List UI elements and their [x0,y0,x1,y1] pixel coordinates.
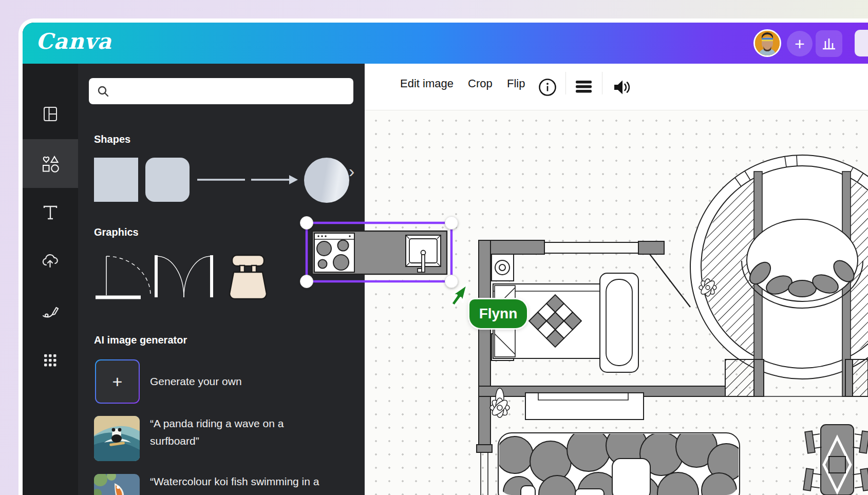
canva-app: Canva + [23,23,868,495]
sidebar-item-text[interactable] [23,188,78,237]
volume-icon[interactable] [613,79,631,96]
sidebar-item-draw[interactable] [23,285,78,334]
sidebar-item-apps[interactable] [23,336,78,385]
shape-arrow[interactable] [250,158,299,202]
graphic-door-swing[interactable] [95,254,152,301]
sidebar-item-elements[interactable] [23,139,78,188]
shape-circle[interactable] [304,158,349,203]
design-canvas[interactable] [365,110,868,495]
crop-button[interactable]: Crop [468,77,493,90]
search-input[interactable] [115,85,353,98]
line-shape-icon [196,178,247,182]
collaborator-name: Flynn [479,306,518,322]
generate-your-own-button[interactable]: + [95,359,140,404]
search-icon [97,85,109,98]
shape-square[interactable] [94,158,138,202]
insights-icon [822,37,836,50]
plus-icon: + [112,372,123,392]
panda-image [94,416,140,461]
prompt-thumbnail-koi[interactable] [94,474,140,495]
shape-line[interactable] [196,158,247,202]
sidebar-item-design[interactable] [23,89,78,138]
search-bar[interactable] [89,78,353,104]
sidebar-item-uploads[interactable] [23,236,78,285]
add-design-button[interactable]: + [787,31,813,56]
toolbar-divider [565,72,566,94]
context-toolbar: Edit image Crop Flip [365,64,868,110]
graphics-section-title: Graphics [94,226,139,238]
draw-icon [41,301,60,319]
elements-panel: Shapes › Graphics [78,64,365,495]
edit-image-button[interactable]: Edit image [400,77,454,90]
avatar-image [755,31,780,55]
text-icon [41,203,60,222]
sidebar-rail [23,64,78,495]
share-button-cut[interactable] [855,30,868,56]
ai-section-title: AI image generator [94,334,187,346]
app-header: Canva + [23,23,868,64]
prompt-thumbnail-panda[interactable] [94,416,140,461]
graphic-double-door[interactable] [154,254,214,299]
generate-your-own-label[interactable]: Generate your own [150,375,242,388]
avatar[interactable] [753,29,781,57]
uploads-icon [41,252,60,270]
shape-rounded-square[interactable] [145,158,190,202]
collaborator-label: Flynn [469,299,527,328]
koi-image [94,474,140,495]
canva-logo[interactable]: Canva [36,29,112,54]
design-icon [41,105,60,123]
info-icon[interactable] [538,78,557,97]
prompt-koi[interactable]: “Watercolour koi fish swimming in a [150,473,335,490]
apps-icon [42,352,59,369]
menu-icon[interactable] [576,81,592,93]
arrow-shape-icon [250,174,299,186]
flip-button[interactable]: Flip [507,77,525,90]
graphic-chair[interactable] [227,254,270,301]
plus-icon: + [795,34,805,54]
prompt-panda[interactable]: “A panda riding a wave on a surfboard” [150,415,335,450]
screen: Canva + [0,0,868,495]
toolbar-divider [602,72,602,94]
shapes-section-title: Shapes [94,134,130,145]
insights-button[interactable] [816,30,842,57]
editor-main: Edit image Crop Flip [365,64,868,495]
chevron-right-icon[interactable]: › [349,161,354,181]
elements-icon [41,155,60,173]
